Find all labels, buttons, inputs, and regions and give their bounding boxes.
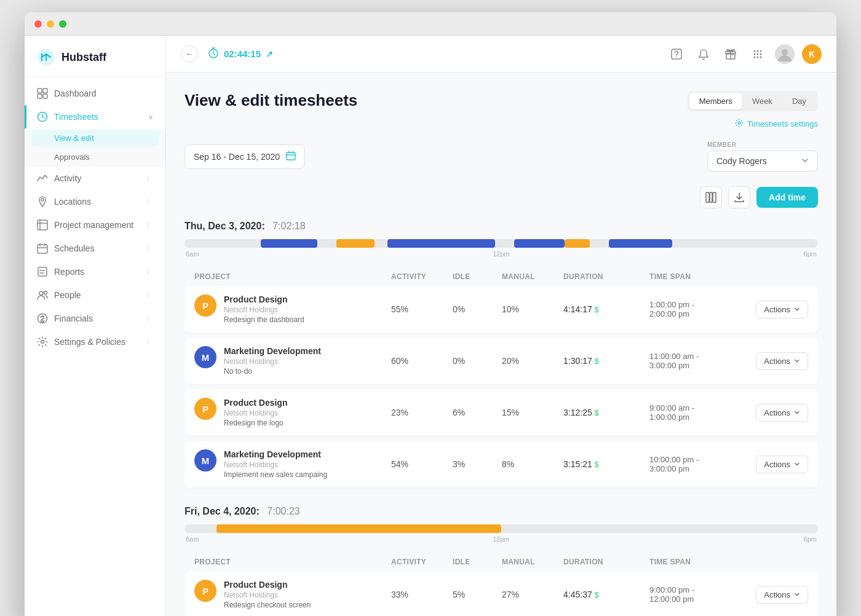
gift-button[interactable] xyxy=(721,44,740,64)
tab-members[interactable]: Members xyxy=(689,93,742,109)
svg-point-37 xyxy=(738,122,740,124)
sidebar-item-label: Settings & Policies xyxy=(54,337,125,347)
project-details: Marketing Development Netsoft Holdings N… xyxy=(224,346,321,376)
sidebar-item-locations[interactable]: Locations 〉 xyxy=(25,190,165,213)
chevron-right-icon: 〉 xyxy=(146,197,153,207)
user-k-avatar[interactable]: K xyxy=(802,44,822,64)
svg-rect-4 xyxy=(43,94,47,98)
svg-point-33 xyxy=(757,56,759,58)
apps-grid-button[interactable] xyxy=(748,44,768,64)
timer-widget: 02:44:15 ↗ xyxy=(208,47,273,61)
hubstaff-logo-icon xyxy=(37,48,55,66)
chevron-down-icon: ∨ xyxy=(148,113,153,121)
actions-button[interactable]: Actions xyxy=(756,352,808,370)
timeline-labels-2: 6am 12pm 6pm xyxy=(184,535,818,543)
svg-point-31 xyxy=(760,53,762,55)
day-section-1: Thu, Dec 3, 2020: 7:02:18 6am 12pm xyxy=(184,221,818,488)
segment xyxy=(261,239,318,248)
sidebar-item-financials[interactable]: Financials 〉 xyxy=(25,307,165,330)
sidebar-item-view-edit[interactable]: View & edit xyxy=(31,130,159,146)
timer-value: 02:44:15 xyxy=(224,49,261,59)
page-content: View & edit timesheets Members Week Day xyxy=(166,73,836,616)
sidebar-item-dashboard[interactable]: Dashboard xyxy=(25,82,165,105)
project-info: P Product Design Netsoft Holdings Redesi… xyxy=(194,398,391,427)
timer-icon xyxy=(208,47,219,61)
settings-link-label: Timesheets settings xyxy=(747,119,818,128)
filter-row: Sep 16 - Dec 15, 2020 MEMBER xyxy=(184,141,818,172)
sidebar-item-activity[interactable]: Activity 〉 xyxy=(25,167,165,190)
tab-day[interactable]: Day xyxy=(782,93,816,109)
project-info: P Product Design Netsoft Holdings Redesi… xyxy=(194,580,391,609)
table-header-1: Project Activity Idle Manual Duration Ti… xyxy=(184,267,818,286)
timer-expand-icon[interactable]: ↗ xyxy=(266,49,273,59)
topbar-right: K xyxy=(667,44,822,64)
member-dropdown[interactable]: Cody Rogers xyxy=(707,151,818,172)
download-button[interactable] xyxy=(728,186,750,208)
sidebar-item-label: Financials xyxy=(54,314,93,323)
table-header-2: Project Activity Idle Manual Duration Ti… xyxy=(184,553,818,571)
sidebar-item-label: Locations xyxy=(54,197,91,207)
calendar-icon xyxy=(286,151,296,163)
svg-rect-1 xyxy=(38,89,42,93)
project-management-icon xyxy=(37,219,48,231)
project-details: Product Design Netsoft Holdings Redesign… xyxy=(224,580,311,609)
minimize-button[interactable] xyxy=(47,20,54,28)
user-avatar[interactable] xyxy=(775,44,795,64)
actions-button[interactable]: Actions xyxy=(756,404,808,422)
svg-rect-10 xyxy=(38,245,47,253)
chevron-right-icon: 〉 xyxy=(146,221,153,230)
close-button[interactable] xyxy=(34,20,42,28)
chevron-down-icon xyxy=(794,357,800,366)
page-header: View & edit timesheets Members Week Day xyxy=(184,91,818,129)
project-avatar: P xyxy=(194,398,216,420)
financials-icon xyxy=(37,313,48,324)
chevron-down-icon xyxy=(794,590,800,599)
chevron-right-icon: 〉 xyxy=(146,174,153,183)
columns-button[interactable] xyxy=(700,186,722,208)
sidebar-item-people[interactable]: People 〉 xyxy=(25,283,165,307)
svg-rect-22 xyxy=(672,49,681,59)
timesheets-settings-link[interactable]: Timesheets settings xyxy=(735,119,818,129)
sidebar-item-reports[interactable]: Reports 〉 xyxy=(25,260,165,283)
sidebar-item-label: Project management xyxy=(54,220,133,230)
segment xyxy=(336,239,375,248)
topbar: ← 02:44:15 ↗ xyxy=(166,36,836,73)
sidebar-item-approvals[interactable]: Approvals xyxy=(25,148,165,167)
help-button[interactable] xyxy=(667,44,686,64)
svg-rect-43 xyxy=(710,192,712,202)
duration-cell: 4:14:17 $ xyxy=(563,304,649,314)
tab-week[interactable]: Week xyxy=(742,93,782,109)
member-name: Cody Rogers xyxy=(716,156,767,166)
table-row: P Product Design Netsoft Holdings Redesi… xyxy=(184,286,818,333)
app-name: Hubstaff xyxy=(62,51,106,64)
svg-point-6 xyxy=(41,199,44,201)
sidebar-item-timesheets[interactable]: Timesheets ∨ xyxy=(25,105,165,128)
view-tabs: Members Week Day xyxy=(688,91,818,111)
svg-rect-42 xyxy=(706,192,709,202)
main-content: ← 02:44:15 ↗ xyxy=(166,36,836,616)
svg-rect-14 xyxy=(38,267,47,276)
sidebar: Hubstaff Dashboard xyxy=(25,36,166,616)
svg-point-20 xyxy=(41,341,44,344)
svg-point-32 xyxy=(754,56,756,58)
svg-rect-3 xyxy=(38,94,42,98)
back-button[interactable]: ← xyxy=(181,45,198,63)
sidebar-item-project-management[interactable]: Project management 〉 xyxy=(25,213,165,237)
svg-rect-44 xyxy=(713,192,716,202)
svg-point-17 xyxy=(39,291,43,295)
sidebar-item-schedules[interactable]: Schedules 〉 xyxy=(25,237,165,260)
notifications-button[interactable] xyxy=(694,44,713,64)
sidebar-item-label: Activity xyxy=(54,173,81,183)
sidebar-item-settings-policies[interactable]: Settings & Policies 〉 xyxy=(25,330,165,353)
date-picker[interactable]: Sep 16 - Dec 15, 2020 xyxy=(184,144,305,169)
table-row: P Product Design Netsoft Holdings Redesi… xyxy=(184,389,818,436)
traffic-lights xyxy=(34,20,66,28)
add-time-button[interactable]: Add time xyxy=(756,187,818,208)
actions-button[interactable]: Actions xyxy=(756,586,808,604)
actions-button[interactable]: Actions xyxy=(756,301,808,318)
fullscreen-button[interactable] xyxy=(59,20,66,28)
schedules-icon xyxy=(37,243,48,254)
chevron-right-icon: 〉 xyxy=(146,314,153,323)
actions-button[interactable]: Actions xyxy=(756,456,808,473)
svg-point-34 xyxy=(760,56,762,58)
